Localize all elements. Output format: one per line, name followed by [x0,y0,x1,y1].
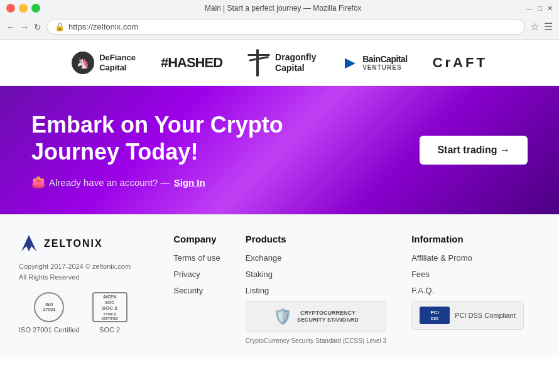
ccss-shield-icon: 🛡️ [273,308,292,325]
traffic-lights [6,4,40,13]
partner-dragonfly: Dragonfly Capital [247,49,316,77]
ccss-badge: 🛡️ CRYPTOCURRENCYSECURITY STANDARD [246,301,387,332]
dragonfly-icon [247,49,270,77]
url-bar[interactable]: 🔒 https://zeltonix.com [46,19,525,35]
hashed-text: #HASHED [161,55,222,71]
pci-logo: PCIDSS [420,307,450,324]
company-heading: Company [173,234,220,244]
partner-hashed: #HASHED [161,55,222,71]
privacy-link[interactable]: Privacy [173,270,200,279]
list-item: Fees [411,268,524,280]
bain-text: BainCapital VENTURES [362,54,408,72]
footer-col-products: Products Exchange Staking Listing 🛡️ CRY… [246,234,387,344]
footer-inner: ZELTONIX Copyright 2017-2024 © zeltonix.… [19,234,540,344]
signin-text: Already have an account? — [49,177,170,188]
footer-logo-text: ZELTONIX [44,238,103,249]
list-item: Privacy [173,268,220,280]
security-link[interactable]: Security [173,286,203,295]
address-bar: ← → ↻ 🔒 https://zeltonix.com ☆ ☰ [0,16,559,40]
page-content: 🦄 DeFiance Capital #HASHED [0,40,559,357]
footer-copyright: Copyright 2017-2024 © zeltonix.com All R… [19,261,144,282]
list-item: Listing [246,285,387,296]
products-links: Exchange Staking Listing [246,252,387,296]
company-links: Terms of use Privacy Security [173,252,220,296]
iso-cert: ISO27001 ISO 27001 Certified [19,292,80,334]
hero-title: Embark on Your Crypto Journey Today! [31,111,345,165]
bookmark-icon[interactable]: ☆ [530,21,539,33]
footer-certs: ISO27001 ISO 27001 Certified AICPA SOC S… [19,292,144,334]
footer: ZELTONIX Copyright 2017-2024 © zeltonix.… [0,214,559,357]
list-item: Staking [246,268,387,280]
soc2-cert: AICPA SOC SOC 2 TYPE II CERTIFIED SOC 2 [92,292,128,334]
bain-icon: ► [341,53,359,73]
exchange-link[interactable]: Exchange [246,253,282,263]
win-restore-icon[interactable]: □ [538,4,542,12]
footer-logo-icon [19,234,39,254]
win-minimize-icon[interactable]: — [526,4,533,12]
browser-chrome: Main | Start a perfect journey — Mozilla… [0,0,559,40]
ccss-text: CRYPTOCURRENCYSECURITY STANDARD [297,310,359,324]
back-icon[interactable]: ← [6,22,15,32]
footer-col-information: Information Affiliate & Promo Fees F.A.Q… [411,234,524,344]
wallet-icon: 👛 [31,175,45,189]
footer-logo: ZELTONIX [19,234,144,254]
win-close-icon[interactable]: ✕ [547,4,553,13]
list-item: Terms of use [173,252,220,263]
hero-signin: 👛 Already have an account? — Sign In [31,175,345,189]
lock-icon: 🔒 [55,22,65,31]
list-item: F.A.Q. [411,285,524,296]
dragonfly-text: Dragonfly Capital [275,52,316,74]
list-item: Affiliate & Promo [411,252,524,263]
pci-badge: PCIDSS PCI DSS Compliant [411,301,524,330]
close-button[interactable] [6,4,15,13]
information-links: Affiliate & Promo Fees F.A.Q. [411,252,524,296]
defiance-icon: 🦄 [72,52,94,74]
fees-link[interactable]: Fees [411,270,430,279]
partner-bain: ► BainCapital VENTURES [341,53,407,73]
maximize-button[interactable] [31,4,40,13]
iso-label: ISO 27001 Certified [19,326,80,334]
url-text: https://zeltonix.com [68,22,138,31]
terms-link[interactable]: Terms of use [173,253,220,263]
minimize-button[interactable] [19,4,28,13]
list-item: Exchange [246,252,387,263]
partners-bar: 🦄 DeFiance Capital #HASHED [0,40,559,86]
soc2-badge: AICPA SOC SOC 2 TYPE II CERTIFIED [92,292,128,322]
ccss-badge-inner: 🛡️ CRYPTOCURRENCYSECURITY STANDARD [273,308,359,325]
start-trading-button[interactable]: Start trading → [420,136,528,165]
svg-rect-2 [249,56,269,62]
information-heading: Information [411,234,524,244]
hero-content: Embark on Your Crypto Journey Today! 👛 A… [31,111,528,189]
footer-left: ZELTONIX Copyright 2017-2024 © zeltonix.… [19,234,144,344]
window-controls: — □ ✕ [526,4,553,13]
iso-badge: ISO27001 [34,292,64,322]
svg-marker-3 [21,235,36,251]
reload-icon[interactable]: ↻ [34,22,41,32]
hero-banner: Embark on Your Crypto Journey Today! 👛 A… [0,86,559,214]
affiliate-link[interactable]: Affiliate & Promo [411,253,472,263]
partner-craft: CrAFT [433,55,487,71]
hamburger-menu-icon[interactable]: ☰ [544,21,553,33]
forward-icon[interactable]: → [20,22,29,32]
listing-link[interactable]: Listing [246,286,269,295]
soc2-label: SOC 2 [92,326,128,334]
ccss-label: CryptoCurrency Security Standard (CCSS) … [246,337,387,344]
staking-link[interactable]: Staking [246,270,273,279]
title-bar: Main | Start a perfect journey — Mozilla… [0,0,559,16]
svg-rect-1 [247,54,270,56]
pci-label: PCI DSS Compliant [455,312,516,319]
list-item: Security [173,285,220,296]
hero-left: Embark on Your Crypto Journey Today! 👛 A… [31,111,345,189]
defiance-text: DeFiance Capital [99,53,136,72]
faq-link[interactable]: F.A.Q. [411,286,434,295]
window-title: Main | Start a perfect journey — Mozilla… [46,4,519,13]
footer-nav: Company Terms of use Privacy Security Pr… [157,234,540,344]
svg-rect-0 [256,49,259,77]
footer-col-company: Company Terms of use Privacy Security [173,234,220,344]
products-heading: Products [246,234,387,244]
signin-link[interactable]: Sign In [174,177,205,188]
partner-defiance: 🦄 DeFiance Capital [72,52,136,74]
craft-text: CrAFT [433,55,487,71]
